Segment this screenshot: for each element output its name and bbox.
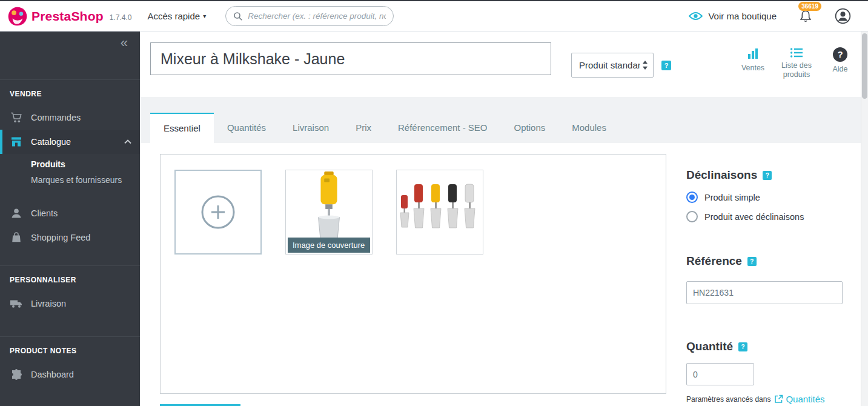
section-title-personnaliser: PERSONNALISER <box>0 266 140 291</box>
tab-livraison[interactable]: Livraison <box>279 113 342 143</box>
radio-produit-simple[interactable]: Produit simple <box>686 191 760 203</box>
nav-label-clients: Clients <box>31 208 58 218</box>
sidebar-item-dashboard[interactable]: Dashboard <box>0 362 140 387</box>
chevron-up-icon <box>124 139 131 144</box>
select-arrows-icon <box>642 60 648 70</box>
view-shop-label: Voir ma boutique <box>708 11 777 21</box>
help-label: Aide <box>832 65 847 74</box>
tab-options[interactable]: Options <box>501 113 559 143</box>
list-icon <box>790 47 803 58</box>
quantity-heading: Quantité ? <box>686 340 747 353</box>
nav-label-livraison: Livraison <box>31 299 66 308</box>
quantity-title: Quantité <box>686 340 733 353</box>
quantity-input[interactable] <box>686 363 754 385</box>
radio-unchecked-icon[interactable] <box>686 211 698 222</box>
collapse-sidebar-icon[interactable]: « <box>121 35 128 51</box>
tab-quantites[interactable]: Quantités <box>214 113 279 143</box>
caret-down-icon: ▾ <box>203 13 206 19</box>
sidebar-item-marques-fournisseurs[interactable]: Marques et fournisseurs <box>0 172 140 188</box>
help-circle-icon: ? <box>833 47 847 62</box>
section-title-vendre: VENDRE <box>0 80 140 105</box>
bell-icon <box>800 10 812 23</box>
catalogue-submenu: Produits Marques et fournisseurs <box>0 154 140 193</box>
scrollbar-thumb[interactable] <box>862 33 867 99</box>
image-dropzone[interactable]: Image de couverture <box>160 154 666 394</box>
product-list-button[interactable]: Liste des produits <box>777 47 816 79</box>
quantities-link-label: Quantités <box>786 394 824 404</box>
prestashop-logo[interactable]: PrestaShop 1.7.4.0 <box>0 6 131 27</box>
sidebar-item-catalogue[interactable]: Catalogue <box>0 130 140 154</box>
top-header: PrestaShop 1.7.4.0 Accès rapide ▾ Voir m… <box>0 0 868 32</box>
global-search[interactable] <box>225 6 394 26</box>
product-name-input[interactable] <box>150 42 551 75</box>
plus-circle-icon <box>200 194 236 230</box>
help-button[interactable]: ? Aide <box>827 47 853 74</box>
add-image-tile[interactable] <box>174 170 262 255</box>
person-circle-icon <box>835 8 851 24</box>
section-title-product-notes: PRODUCT NOTES <box>0 337 140 362</box>
person-icon <box>10 207 23 220</box>
search-input[interactable] <box>248 12 386 21</box>
account-avatar[interactable] <box>835 8 851 24</box>
product-list-label: Liste des produits <box>777 61 816 79</box>
bar-chart-icon <box>746 47 760 61</box>
reference-title: Référence <box>686 255 742 268</box>
tab-seo[interactable]: Référencement - SEO <box>385 113 501 143</box>
radio-label-declinaisons: Produit avec déclinaisons <box>704 212 804 222</box>
truck-icon <box>10 297 23 310</box>
product-image-group[interactable] <box>396 170 483 255</box>
cover-image-badge: Image de couverture <box>288 238 370 253</box>
declinaisons-title: Déclinaisons <box>686 168 757 182</box>
reference-input[interactable] <box>686 281 843 304</box>
sidebar-item-clients[interactable]: Clients <box>0 201 140 225</box>
product-tabstrip: Essentiel Quantités Livraison Prix Référ… <box>140 97 861 143</box>
shopping-bag-icon <box>10 231 23 244</box>
view-shop-link[interactable]: Voir ma boutique <box>689 11 777 21</box>
radio-produit-declinaisons[interactable]: Produit avec déclinaisons <box>686 211 804 222</box>
prestashop-logo-icon <box>7 6 28 27</box>
sales-button[interactable]: Ventes <box>740 47 766 73</box>
product-header: Produit standard ? Ventes <box>140 32 861 97</box>
nav-label-shopping-feed: Shopping Feed <box>31 233 90 242</box>
cart-icon <box>10 111 23 124</box>
tab-essentiel[interactable]: Essentiel <box>150 113 214 143</box>
quantity-help-icon[interactable]: ? <box>738 342 747 351</box>
product-type-help-icon[interactable]: ? <box>661 61 671 70</box>
sidebar: « VENDRE Commandes Catalogue <box>0 32 140 406</box>
product-tabs: Essentiel Quantités Livraison Prix Référ… <box>150 113 620 143</box>
sidebar-item-shopping-feed[interactable]: Shopping Feed <box>0 225 140 250</box>
notification-count-badge: 36619 <box>798 2 821 11</box>
quantities-link[interactable]: Quantités <box>774 394 824 404</box>
reference-help-icon[interactable]: ? <box>747 257 757 266</box>
notifications-button[interactable]: 36619 <box>800 10 812 25</box>
tab-prix[interactable]: Prix <box>342 113 385 143</box>
tab-modules[interactable]: Modules <box>558 113 620 143</box>
radio-checked-icon[interactable] <box>686 191 698 203</box>
yellow-mixer-image <box>300 170 358 245</box>
product-image-cover[interactable]: Image de couverture <box>285 170 373 255</box>
quick-access-dropdown[interactable]: Accès rapide ▾ <box>147 11 206 21</box>
product-type-select[interactable]: Produit standard <box>571 53 654 78</box>
store-icon <box>10 135 23 148</box>
quick-access-label: Accès rapide <box>147 11 200 21</box>
sidebar-item-produits[interactable]: Produits <box>0 156 140 172</box>
external-link-icon <box>774 394 783 404</box>
sidebar-item-livraison[interactable]: Livraison <box>0 291 140 316</box>
essentiel-panel: Image de couverture <box>140 143 861 406</box>
brand-name: PrestaShop <box>31 9 104 24</box>
product-type-value: Produit standard <box>579 60 640 70</box>
advanced-settings-text: Paramètres avancés dans <box>686 395 770 404</box>
sidebar-section-product-notes: PRODUCT NOTES Dashboard <box>0 336 140 387</box>
sidebar-section-vendre: VENDRE Commandes Catalogue <box>0 80 140 250</box>
declinaisons-heading: Déclinaisons ? <box>686 168 772 182</box>
sidebar-collapse-row: « <box>0 32 140 80</box>
nav-label-commandes: Commandes <box>31 113 81 122</box>
declinaisons-help-icon[interactable]: ? <box>763 171 772 180</box>
scrollbar-track[interactable] <box>861 32 868 406</box>
nav-label-dashboard: Dashboard <box>31 370 74 379</box>
radio-label-simple: Produit simple <box>704 193 760 202</box>
sidebar-item-commandes[interactable]: Commandes <box>0 105 140 130</box>
puzzle-icon <box>10 368 23 381</box>
reference-heading: Référence ? <box>686 255 757 268</box>
header-right-group: Voir ma boutique 36619 <box>689 7 868 25</box>
